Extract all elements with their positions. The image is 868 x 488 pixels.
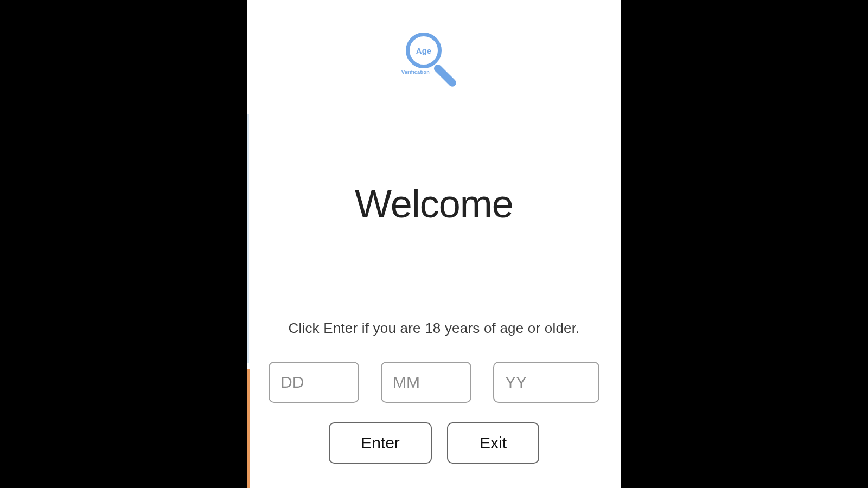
instruction-text: Click Enter if you are 18 years of age o… [288,320,579,337]
welcome-heading: Welcome [355,182,513,226]
left-edge-accent-blue [247,114,249,363]
magnifier-icon: Age [406,33,442,68]
day-input[interactable] [269,362,359,403]
date-input-row [247,362,621,403]
year-input[interactable] [493,362,599,403]
age-verification-panel: Age Verification Welcome Click Enter if … [247,0,621,488]
enter-button[interactable]: Enter [329,422,432,464]
left-edge-accent-orange [247,369,250,488]
button-row: Enter Exit [329,422,539,464]
age-verification-logo: Age Verification [401,33,467,98]
magnifier-ring-icon: Age [406,33,442,68]
logo-age-text: Age [416,46,431,55]
month-input[interactable] [381,362,471,403]
logo-verification-text: Verification [401,69,430,75]
exit-button[interactable]: Exit [447,422,539,464]
magnifier-handle-icon [432,63,458,88]
